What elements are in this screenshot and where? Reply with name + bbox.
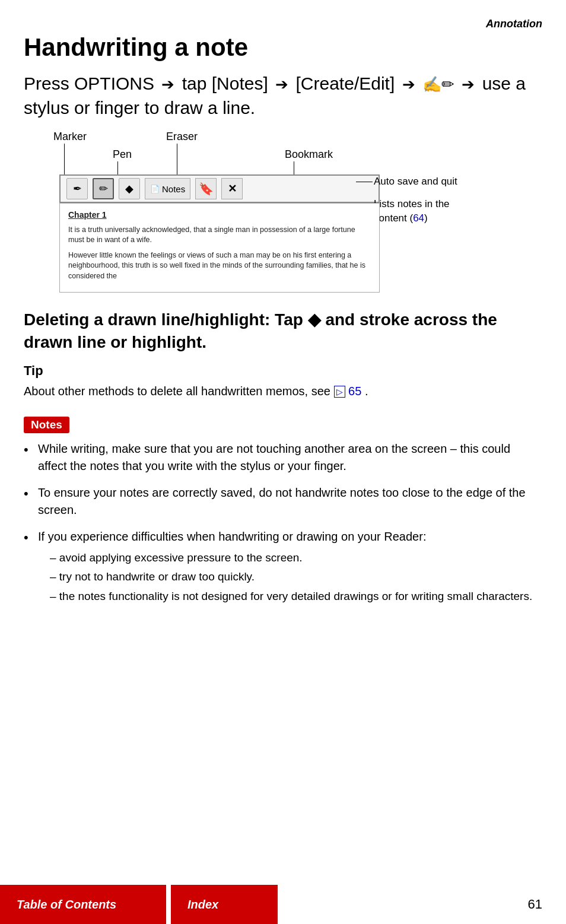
label-marker: Marker [53, 131, 87, 143]
sub-list: – avoid applying excessive pressure to t… [50, 550, 542, 605]
delete-section: Deleting a drawn line/highlight: Tap ◆ a… [24, 309, 542, 354]
intro-arrow2: ➔ [275, 74, 288, 95]
annotation-text: Annotation [486, 18, 542, 30]
tip-page-ref[interactable]: 65 [348, 385, 361, 398]
note-item-2-text: To ensure your notes are correctly saved… [38, 486, 526, 516]
index-button[interactable]: Index [171, 885, 278, 924]
label-pen: Pen [113, 148, 132, 161]
intro-press-options: Press OPTIONS [24, 74, 154, 93]
toc-button[interactable]: Table of Contents [0, 885, 166, 924]
intro-arrow4: ➔ [462, 74, 475, 95]
label-eraser: Eraser [166, 131, 198, 143]
content-para2: However little known the feelings or vie… [68, 250, 371, 282]
intro-stylus-icon: ✍✏ [422, 75, 454, 93]
intro-paragraph: Press OPTIONS ➔ tap [Notes] ➔ [Create/Ed… [24, 72, 542, 120]
notes-list: While writing, make sure that you are no… [24, 440, 542, 605]
intro-tap-notes: tap [Notes] [182, 74, 268, 93]
list-item: While writing, make sure that you are no… [24, 440, 542, 475]
lists-notes-text: Lists notes in the [374, 198, 450, 209]
label-auto-save: Auto save and quit [374, 176, 457, 188]
tip-text: About other methods to delete all handwr… [24, 382, 542, 400]
toolbar-bookmark-button[interactable]: 🔖 [195, 178, 217, 199]
line-marker [64, 144, 65, 174]
intro-create-edit: [Create/Edit] [296, 74, 395, 93]
notes-icon: 📄 [150, 185, 160, 193]
toolbar-notes-button[interactable]: 📄 Notes [145, 178, 190, 199]
bottom-bar: Table of Contents Index [0, 885, 566, 924]
label-bookmark: Bookmark [285, 148, 333, 161]
sub-list-item: – avoid applying excessive pressure to t… [50, 550, 542, 566]
sub-list-item: – try not to handwrite or draw too quick… [50, 569, 542, 585]
toolbar: ✒ ✏ ◆ 📄 Notes 🔖 ✕ [59, 174, 380, 203]
list-item: To ensure your notes are correctly saved… [24, 484, 542, 519]
intro-arrow1: ➔ [161, 74, 174, 95]
sub-list-item: – the notes functionality is not designe… [50, 589, 542, 605]
tip-heading: Tip [24, 363, 542, 379]
diagram-section: Marker Pen Eraser Bookmark ✒ ✏ ◆ 📄 Notes… [24, 131, 542, 297]
tip-text-after: . [365, 385, 368, 398]
toolbar-diamond-icon[interactable]: ◆ [119, 178, 140, 199]
toolbar-eraser-icon[interactable]: ✏ [93, 178, 114, 199]
toolbar-close-button[interactable]: ✕ [221, 178, 243, 199]
page-ref-icon: ▷ [334, 386, 345, 398]
line-eraser [177, 144, 177, 174]
intro-arrow3: ➔ [402, 74, 415, 95]
notes-section: Notes While writing, make sure that you … [24, 417, 542, 605]
auto-save-text: Auto save and quit [374, 176, 457, 187]
chapter-title: Chapter 1 [68, 209, 371, 221]
note-item-3-text: If you experience difficulties when hand… [38, 530, 426, 543]
content-para1: It is a truth universally acknowledged, … [68, 225, 371, 246]
page: Annotation Handwriting a note Press OPTI… [0, 0, 566, 924]
list-item: If you experience difficulties when hand… [24, 528, 542, 605]
toolbar-pen-icon[interactable]: ✒ [66, 178, 88, 199]
content-ref-text: content (64) [374, 212, 428, 224]
label-lists-notes: Lists notes in the content (64) [374, 197, 450, 226]
toolbar-notes-label: Notes [162, 184, 185, 194]
tip-text-before: About other methods to delete all handwr… [24, 385, 330, 398]
tip-section: Tip About other methods to delete all ha… [24, 363, 542, 400]
annotation-label: Annotation [24, 18, 542, 30]
page-title: Handwriting a note [24, 34, 542, 61]
delete-text: Deleting a drawn line/highlight: Tap ◆ a… [24, 310, 497, 351]
notes-badge: Notes [24, 417, 69, 433]
content-preview: Chapter 1 It is a truth universally ackn… [59, 203, 380, 293]
note-item-1-text: While writing, make sure that you are no… [38, 442, 510, 472]
